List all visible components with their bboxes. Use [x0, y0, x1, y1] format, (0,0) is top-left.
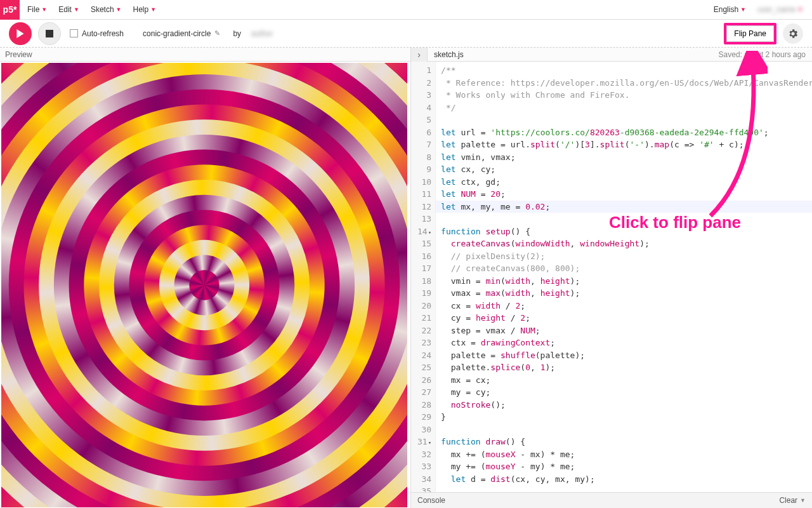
- by-label: by: [233, 29, 241, 38]
- code-editor[interactable]: 1234567891011121314151617181920212223242…: [411, 62, 812, 492]
- menu-edit[interactable]: Edit▼: [58, 5, 79, 14]
- menu-help[interactable]: Help▼: [133, 5, 156, 14]
- saved-status: Saved: about 2 hours ago: [719, 50, 812, 59]
- gear-icon: [787, 28, 799, 39]
- logo[interactable]: p5*: [0, 0, 20, 20]
- caret-down-icon: ▼: [740, 6, 746, 13]
- language-menu[interactable]: English▼: [714, 5, 746, 14]
- caret-down-icon: ▼: [800, 497, 806, 504]
- chevron-right-icon: ›: [417, 50, 421, 60]
- auto-refresh-checkbox[interactable]: [70, 29, 78, 37]
- caret-down-icon: ▼: [797, 6, 803, 13]
- stop-icon: [46, 30, 53, 37]
- preview-canvas: [1, 63, 407, 507]
- user-menu[interactable]: user_name▼: [757, 5, 803, 14]
- caret-down-icon: ▼: [116, 6, 122, 13]
- sidebar-toggle[interactable]: ›: [411, 48, 428, 62]
- console-label[interactable]: Console: [417, 496, 445, 505]
- file-tab[interactable]: sketch.js: [428, 50, 470, 59]
- play-icon: [16, 29, 25, 38]
- flip-pane-button[interactable]: Flip Pane: [724, 23, 776, 44]
- preview-header: Preview: [0, 48, 410, 62]
- caret-down-icon: ▼: [74, 6, 79, 13]
- settings-button[interactable]: [783, 23, 803, 44]
- play-button[interactable]: [9, 22, 32, 45]
- author-name[interactable]: author: [251, 29, 273, 38]
- sketch-name[interactable]: conic-gradient-circle: [143, 29, 211, 38]
- caret-down-icon: ▼: [41, 6, 47, 13]
- pencil-icon[interactable]: ✎: [214, 29, 220, 37]
- caret-down-icon: ▼: [150, 6, 156, 13]
- stop-button[interactable]: [38, 22, 61, 45]
- menu-sketch[interactable]: Sketch▼: [91, 5, 122, 14]
- menu-file[interactable]: File▼: [27, 5, 47, 14]
- auto-refresh-label: Auto-refresh: [82, 29, 124, 38]
- menu-bar: File▼ Edit▼ Sketch▼ Help▼: [20, 5, 714, 14]
- console-clear-button[interactable]: Clear ▼: [779, 496, 806, 505]
- preview-area[interactable]: [0, 62, 410, 508]
